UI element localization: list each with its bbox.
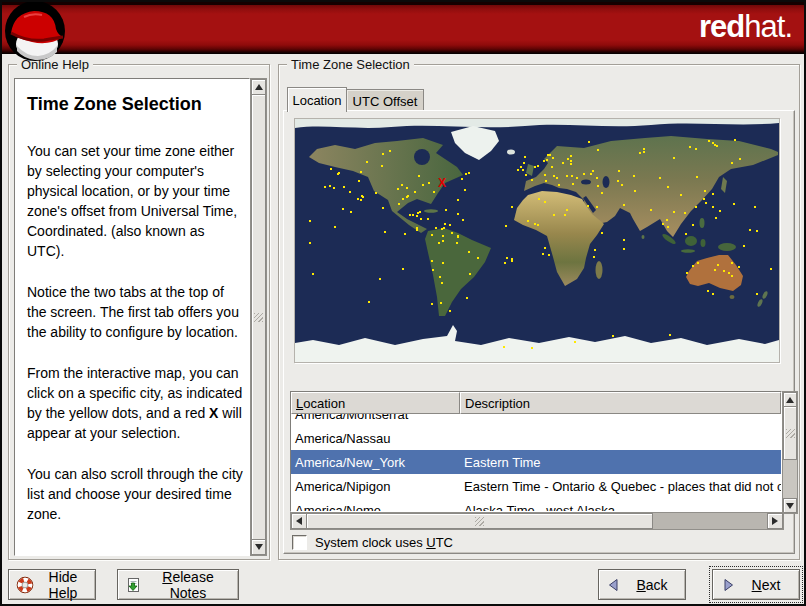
scroll-left-button[interactable] xyxy=(291,513,307,529)
selected-city-marker: X xyxy=(438,177,446,189)
table-row-selected[interactable]: America/New_York Eastern Time xyxy=(291,450,781,474)
wordmark-regular: hat. xyxy=(744,9,792,44)
table-vertical-scrollbar[interactable] xyxy=(782,391,798,514)
back-button[interactable]: Back xyxy=(598,569,686,600)
timezone-panel-label: Time Zone Selection xyxy=(287,57,414,72)
help-paragraph-2: Notice the two tabs at the top of the sc… xyxy=(27,282,243,342)
scrollbar-thumb[interactable] xyxy=(306,513,653,529)
help-text-view: Time Zone Selection You can set your tim… xyxy=(14,78,250,556)
help-heading: Time Zone Selection xyxy=(27,93,243,115)
scroll-down-button[interactable] xyxy=(783,498,797,513)
installer-window: redhat. Online Help Time Zone Selection … xyxy=(0,0,806,606)
hide-help-label: Hide Help xyxy=(39,569,95,601)
scroll-right-button[interactable] xyxy=(767,513,783,529)
help-paragraph-3: From the interactive map, you can click … xyxy=(27,363,243,443)
release-notes-label: Release Notes xyxy=(146,569,238,601)
lifebuoy-help-icon xyxy=(16,576,34,594)
scrollbar-thumb[interactable] xyxy=(783,406,797,460)
hide-help-button[interactable]: Hide Help xyxy=(8,569,96,600)
help-paragraph-4: You can also scroll through the city lis… xyxy=(27,464,243,524)
release-notes-icon xyxy=(125,577,141,593)
column-header-location[interactable]: Location xyxy=(291,392,460,414)
table-viewport: America/Montserrat America/Nassau Americ… xyxy=(291,414,781,511)
back-arrow-icon xyxy=(606,577,622,593)
table-row[interactable]: America/Nipigon Eastern Time - Ontario &… xyxy=(291,474,781,498)
help-paragraph-1: You can set your time zone either by sel… xyxy=(27,141,243,261)
tab-location[interactable]: Location xyxy=(287,87,347,112)
scroll-down-button[interactable] xyxy=(251,539,266,555)
utc-checkbox-row[interactable]: System clock uses UTC xyxy=(292,533,453,551)
table-horizontal-scrollbar[interactable] xyxy=(290,512,784,530)
next-label: Next xyxy=(741,577,799,593)
scrollbar-thumb[interactable] xyxy=(251,94,266,540)
banner: redhat. xyxy=(2,2,804,54)
utc-checkbox-label: System clock uses UTC xyxy=(315,535,453,550)
utc-checkbox[interactable] xyxy=(292,535,307,550)
table-header: Location Description xyxy=(291,392,781,414)
table-row[interactable]: America/Nome Alaska Time - west Alaska xyxy=(291,498,781,511)
world-map-image xyxy=(295,119,779,362)
back-label: Back xyxy=(627,577,685,593)
help-scrollbar[interactable] xyxy=(250,78,267,556)
scroll-up-button[interactable] xyxy=(783,392,797,407)
online-help-panel: Online Help Time Zone Selection You can … xyxy=(8,64,270,560)
timezone-panel: Time Zone Selection Location UTC Offset xyxy=(278,64,800,560)
scroll-up-button[interactable] xyxy=(251,79,266,95)
redhat-wordmark: redhat. xyxy=(699,11,792,42)
table-row[interactable]: America/Nassau xyxy=(291,426,781,450)
world-map[interactable]: X xyxy=(294,118,780,363)
next-arrow-icon xyxy=(720,577,736,593)
release-notes-button[interactable]: Release Notes xyxy=(117,569,239,600)
timezone-table: Location Description America/Montserrat … xyxy=(290,391,782,512)
location-tab-page: X Location Description America/Montserra… xyxy=(283,110,795,554)
redhat-shadowman-icon xyxy=(4,2,68,70)
table-row[interactable]: America/Montserrat xyxy=(291,414,781,426)
next-button[interactable]: Next xyxy=(712,569,800,600)
wordmark-bold: red xyxy=(699,9,744,44)
help-text: Time Zone Selection You can set your tim… xyxy=(15,79,249,524)
column-header-description[interactable]: Description xyxy=(460,392,781,414)
